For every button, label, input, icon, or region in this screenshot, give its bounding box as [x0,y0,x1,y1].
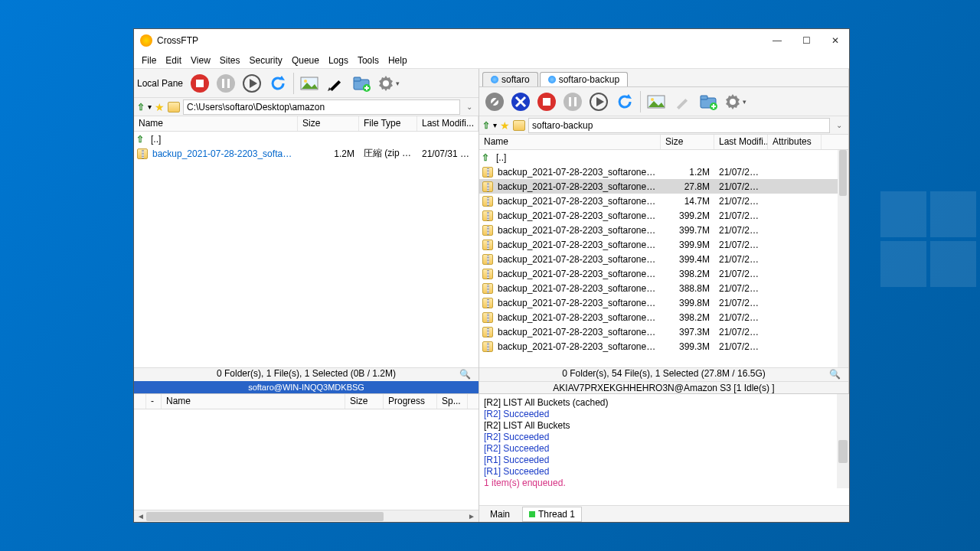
new-folder-button[interactable] [696,90,720,114]
queue-col[interactable]: Name [162,394,345,409]
menu-sites[interactable]: Sites [215,54,245,67]
local-toolbar: Local Pane ▾ [134,69,479,98]
list-item[interactable]: backup_2021-07-28-2203_softaronet...399.… [479,237,839,252]
remote-connection-status: AKIAV7PRXEKGHHEHRO3N@Amazon S3 [1 Idle(s… [479,381,848,393]
col-type[interactable]: File Type [359,116,417,131]
favorite-icon[interactable]: ★ [500,119,510,132]
list-item[interactable]: backup_2021-07-28-2203_softaronet...1.2M… [479,165,839,179]
refresh-button[interactable] [266,71,290,96]
path-dropdown-icon[interactable]: ⌄ [463,103,475,111]
settings-button[interactable]: ▾ [722,90,746,114]
favorite-icon[interactable]: ★ [155,101,165,113]
minimize-button[interactable]: — [769,35,785,46]
list-item[interactable]: ⇧[..] [479,150,839,165]
list-item[interactable]: backup_2021-07-28-2203_softaronet...397.… [479,324,839,339]
play-button[interactable] [586,90,611,114]
folder-icon [168,102,180,112]
menu-view[interactable]: View [186,54,215,67]
queue-col[interactable] [134,394,146,409]
new-folder-button[interactable] [349,71,374,96]
menu-logs[interactable]: Logs [324,54,353,67]
menu-help[interactable]: Help [384,54,412,67]
list-item[interactable]: backup_2021-07-28-2203_softaronet...399.… [479,223,839,237]
abort-button[interactable] [508,90,533,114]
queue-col[interactable]: Sp... [437,394,468,409]
menu-security[interactable]: Security [245,54,287,67]
log-scrollbar[interactable] [837,394,849,488]
play-button[interactable] [240,71,264,96]
path-dropdown-icon[interactable]: ⌄ [833,121,845,129]
list-item[interactable]: backup_2021-07-28-2203_softaro...1.2M圧縮 … [134,146,479,161]
up-icon[interactable]: ⇧ [482,120,490,131]
log-line: [R2] Succeeded [484,432,844,443]
queue-list[interactable] [134,409,479,510]
edit-button[interactable] [670,90,694,114]
search-icon[interactable]: 🔍 [459,369,471,380]
list-item[interactable]: backup_2021-07-28-2203_softaronet...399.… [479,252,839,266]
col-modified[interactable]: Last Modifi... [714,135,768,149]
list-item[interactable]: backup_2021-07-28-2203_softaronet...14.7… [479,194,839,208]
list-item[interactable]: backup_2021-07-28-2203_softaronet...398.… [479,310,839,324]
history-dropdown-icon[interactable]: ▾ [148,103,152,111]
local-file-list[interactable]: Name Size File Type Last Modifi... ⇧[..]… [134,116,479,367]
tab-softaro[interactable]: softaro [482,72,538,86]
stop-button[interactable] [188,71,212,96]
queue-scrollbar[interactable]: ◄► [134,510,479,522]
search-icon[interactable]: 🔍 [829,369,841,380]
log-tab-thread[interactable]: Thread 1 [522,507,582,522]
folder-icon [513,120,525,131]
remote-path-input[interactable] [528,118,830,133]
log-line: 1 item(s) enqueued. [484,478,844,489]
menu-file[interactable]: File [137,54,161,67]
maximize-button[interactable]: ☐ [799,35,814,46]
pause-button[interactable] [560,90,585,114]
zip-icon [482,283,493,294]
remote-file-list[interactable]: Name Size Last Modifi... Attributes ⇧[..… [479,135,848,367]
queue-col[interactable]: Size [345,394,384,409]
zip-icon [482,254,493,265]
close-button[interactable]: ✕ [828,35,843,46]
svg-marker-26 [596,97,604,106]
app-window: CrossFTP — ☐ ✕ FileEditViewSitesSecurity… [133,28,850,523]
list-item[interactable]: backup_2021-07-28-2203_softaronet...388.… [479,281,839,295]
list-item[interactable]: backup_2021-07-28-2203_softaronet...399.… [479,208,839,223]
local-path-input[interactable] [183,99,460,115]
disconnect-button[interactable] [482,90,507,114]
svg-marker-6 [250,79,257,88]
list-item[interactable]: backup_2021-07-28-2203_softaronet...399.… [479,339,839,354]
up-icon[interactable]: ⇧ [137,102,145,112]
list-item[interactable]: ⇧[..] [134,132,479,146]
menu-queue[interactable]: Queue [287,54,324,67]
col-attributes[interactable]: Attributes [768,135,822,149]
svg-rect-3 [222,79,224,88]
menu-tools[interactable]: Tools [353,54,384,67]
col-modified[interactable]: Last Modifi... [417,116,479,131]
scrollbar[interactable] [838,150,848,367]
svg-rect-13 [354,77,361,81]
settings-button[interactable]: ▾ [375,71,400,96]
image-preview-button[interactable] [644,90,668,114]
col-name[interactable]: Name [134,116,298,131]
log-tab-main[interactable]: Main [484,507,516,521]
local-connection-status: softaro@WIN-INQQ3MDKBSG [134,381,479,393]
queue-col[interactable]: Progress [384,394,437,409]
list-item[interactable]: backup_2021-07-28-2203_softaronet...399.… [479,295,839,310]
image-preview-button[interactable] [297,71,322,96]
queue-pane: -NameSizeProgressSp... ◄► [134,394,479,522]
svg-rect-4 [227,79,230,88]
pause-button[interactable] [214,71,238,96]
col-name[interactable]: Name [479,135,661,149]
col-size[interactable]: Size [298,116,359,131]
history-dropdown-icon[interactable]: ▾ [493,121,497,129]
list-item[interactable]: backup_2021-07-28-2203_softaronet...27.8… [479,179,839,194]
tab-softaro-backup[interactable]: softaro-backup [540,72,628,86]
col-size[interactable]: Size [661,135,714,149]
queue-col[interactable]: - [146,394,162,409]
list-item[interactable]: backup_2021-07-28-2203_softaronet...398.… [479,266,839,281]
edit-button[interactable] [323,71,348,96]
stop-button[interactable] [534,90,559,114]
menu-edit[interactable]: Edit [161,54,186,67]
log-line: [R1] Succeeded [484,455,844,466]
titlebar[interactable]: CrossFTP — ☐ ✕ [134,29,849,52]
refresh-button[interactable] [612,90,637,114]
